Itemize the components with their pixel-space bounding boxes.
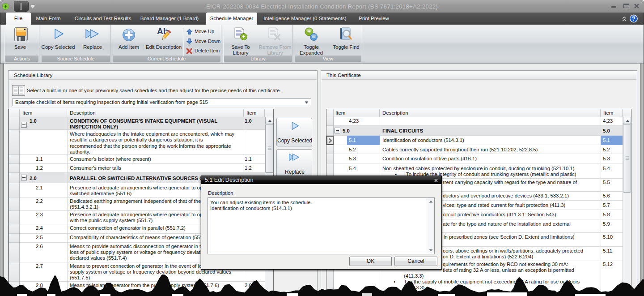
- svg-text:?: ?: [632, 16, 635, 22]
